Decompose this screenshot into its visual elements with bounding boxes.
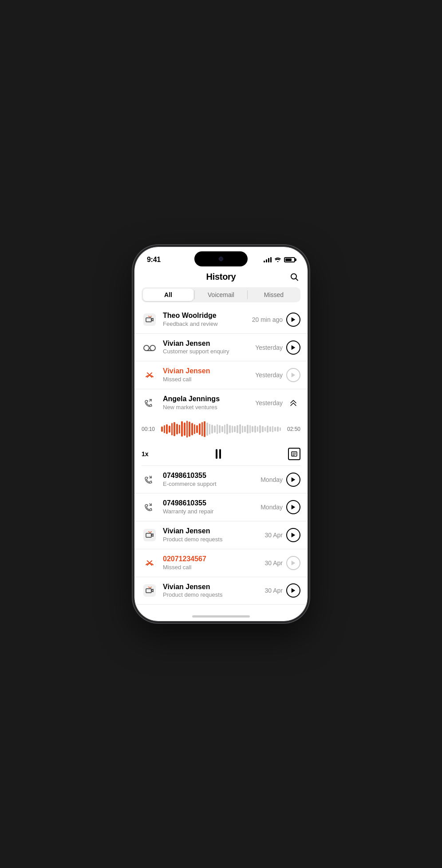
wave-bar — [269, 426, 271, 432]
svg-point-4 — [150, 345, 155, 351]
call-item[interactable]: 07498610355 E-commerce support Monday — [134, 466, 308, 494]
call-subtitle: Customer support enquiry — [163, 348, 250, 356]
svg-line-1 — [296, 278, 298, 281]
call-info: 07498610355 Warranty and repair — [163, 499, 255, 516]
call-item[interactable]: 07498610355 Warranty and repair Monday — [134, 493, 308, 521]
wave-bar — [161, 426, 163, 432]
wave-bar — [166, 424, 168, 434]
call-right: 20 min ago — [252, 313, 300, 327]
wave-bar — [252, 426, 253, 432]
playback-total: 02:50 — [284, 426, 300, 432]
signal-bar-2 — [266, 259, 267, 262]
wave-bar — [191, 423, 193, 435]
call-type-icon-incoming — [142, 395, 158, 411]
caller-name: Theo Woolridge — [163, 311, 247, 321]
search-button[interactable] — [290, 272, 299, 283]
wave-bar — [272, 426, 274, 432]
call-item[interactable]: 02071234567 Missed call 30 Apr — [134, 549, 308, 577]
wave-bar — [247, 425, 249, 434]
waveform[interactable] — [161, 420, 281, 438]
tab-missed[interactable]: Missed — [249, 289, 299, 301]
wave-bar — [194, 424, 196, 434]
call-subtitle: Missed call — [163, 376, 250, 383]
wave-bar — [277, 426, 279, 432]
wave-bar — [234, 426, 236, 432]
call-subtitle: Feedback and review — [163, 321, 247, 328]
wave-bar — [274, 427, 276, 431]
call-item[interactable]: Vivian Jensen Product demo requests 30 A… — [134, 577, 308, 605]
call-info: Theo Woolridge Feedback and review — [163, 311, 247, 328]
collapse-button[interactable] — [286, 396, 300, 410]
transcript-button[interactable] — [288, 448, 300, 460]
call-item[interactable]: Vivian Jensen Missed call Yesterday — [134, 361, 308, 389]
call-list: Theo Woolridge Feedback and review 20 mi… — [134, 306, 308, 609]
play-button[interactable] — [286, 313, 300, 327]
play-button[interactable] — [286, 368, 300, 382]
wave-bar — [229, 425, 231, 433]
call-subtitle: Product demo requests — [163, 536, 260, 543]
wave-bar — [267, 426, 268, 433]
pause-bar-1 — [216, 449, 217, 459]
wave-bar — [219, 425, 221, 433]
call-item[interactable]: Theo Woolridge Feedback and review 20 mi… — [134, 306, 308, 334]
wave-bar — [232, 426, 233, 433]
call-time: Yesterday — [255, 371, 283, 379]
call-time: 30 Apr — [265, 587, 283, 594]
caller-name: 02071234567 — [163, 555, 260, 564]
call-type-icon-video — [142, 527, 158, 543]
wave-bar — [181, 421, 183, 437]
call-type-icon-incoming — [142, 499, 158, 515]
signal-bar-3 — [268, 258, 269, 262]
call-subtitle: New market ventures — [163, 404, 250, 411]
wave-bar — [206, 422, 208, 436]
play-button[interactable] — [286, 583, 300, 598]
signal-bar-4 — [270, 257, 272, 262]
caller-name: Vivian Jensen — [163, 367, 250, 376]
wave-bar — [169, 426, 170, 433]
call-item[interactable]: Vivian Jensen Customer support enquiry Y… — [134, 334, 308, 362]
battery-fill — [285, 258, 292, 261]
wave-bar — [214, 426, 216, 433]
status-icons — [264, 257, 295, 263]
call-right: 30 Apr — [265, 556, 300, 570]
wave-bar — [186, 421, 188, 438]
call-info: 07498610355 E-commerce support — [163, 471, 255, 488]
status-bar: 9:41 — [134, 247, 308, 268]
call-item[interactable]: Vivian Jensen Product demo requests 30 A… — [134, 521, 308, 549]
wave-bar — [262, 426, 264, 432]
wave-bar — [176, 424, 178, 434]
wave-bar — [217, 424, 218, 434]
call-time: Monday — [260, 504, 283, 511]
play-button[interactable] — [286, 528, 300, 542]
caller-name: Vivian Jensen — [163, 527, 260, 536]
wave-bar — [226, 424, 228, 434]
play-button[interactable] — [286, 340, 300, 355]
call-type-icon-incoming — [142, 472, 158, 488]
call-info: Angela Jennings New market ventures — [163, 395, 250, 411]
call-subtitle: Missed call — [163, 564, 260, 571]
play-button[interactable] — [286, 473, 300, 487]
caller-name: Vivian Jensen — [163, 339, 250, 348]
wave-bar — [259, 425, 261, 433]
caller-name: Vivian Jensen — [163, 583, 260, 592]
home-indicator — [192, 615, 250, 618]
playback-speed-button[interactable]: 1x — [142, 450, 149, 457]
page-title: History — [206, 272, 236, 282]
wave-bar — [249, 425, 251, 433]
wave-bar — [204, 421, 205, 437]
filter-tabs: All Voicemail Missed — [142, 287, 300, 302]
play-button[interactable] — [286, 500, 300, 514]
tab-voicemail[interactable]: Voicemail — [196, 289, 246, 301]
battery-icon — [284, 257, 295, 262]
wave-bar — [174, 422, 175, 436]
call-info: Vivian Jensen Product demo requests — [163, 527, 260, 543]
wave-bar — [196, 425, 198, 433]
call-subtitle: E-commerce support — [163, 481, 255, 488]
call-right: Monday — [260, 500, 300, 514]
call-time: 30 Apr — [265, 532, 283, 539]
pause-button[interactable] — [216, 449, 221, 459]
wave-bar — [254, 426, 256, 433]
tab-all[interactable]: All — [143, 289, 193, 301]
wave-bar — [189, 422, 190, 437]
play-button[interactable] — [286, 556, 300, 570]
